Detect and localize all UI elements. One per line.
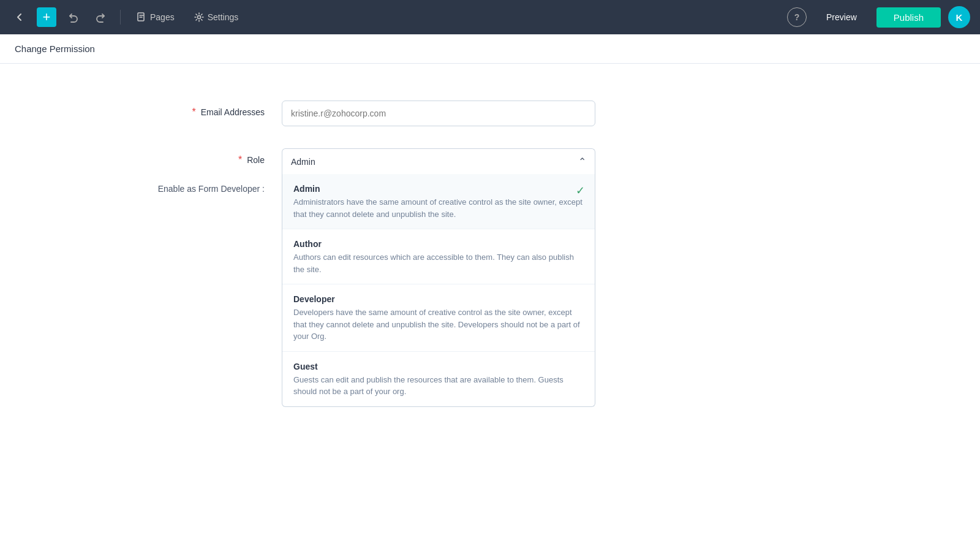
settings-label: Settings bbox=[208, 12, 239, 22]
role-required-star: * bbox=[238, 154, 242, 165]
role-author-title: Author bbox=[293, 239, 584, 249]
role-option-guest[interactable]: Guest Guests can edit and publish the re… bbox=[282, 352, 595, 406]
role-option-admin[interactable]: Admin Administrators have the same amoun… bbox=[282, 174, 595, 229]
back-button[interactable] bbox=[10, 7, 29, 27]
role-admin-desc: Administrators have the same amount of c… bbox=[293, 196, 584, 220]
undo-button[interactable] bbox=[64, 7, 83, 27]
role-row: * Role Admin ⌃ Admin Administrators have… bbox=[0, 148, 980, 174]
publish-button[interactable]: Publish bbox=[876, 7, 941, 28]
settings-nav-item[interactable]: Settings bbox=[188, 9, 245, 26]
role-option-developer[interactable]: Developer Developers have the same amoun… bbox=[282, 284, 595, 352]
divider bbox=[120, 10, 121, 25]
role-author-desc: Authors can edit resources which are acc… bbox=[293, 251, 584, 275]
redo-button[interactable] bbox=[91, 7, 110, 27]
role-dropdown-wrapper: Admin ⌃ Admin Administrators have the sa… bbox=[282, 148, 595, 174]
help-button[interactable]: ? bbox=[787, 7, 807, 27]
role-guest-desc: Guests can edit and publish the resource… bbox=[293, 374, 584, 398]
check-icon: ✓ bbox=[576, 184, 585, 197]
role-admin-title: Admin bbox=[293, 184, 584, 194]
main-content: * Email Addresses * Role Admin ⌃ Admin A… bbox=[0, 64, 980, 230]
subheader: Change Permission bbox=[0, 34, 980, 64]
email-required-star: * bbox=[192, 107, 196, 117]
preview-button[interactable]: Preview bbox=[814, 7, 869, 27]
page-title: Change Permission bbox=[15, 44, 95, 54]
email-label: * Email Addresses bbox=[123, 101, 282, 118]
email-input[interactable] bbox=[282, 101, 595, 126]
help-icon: ? bbox=[794, 12, 800, 22]
role-select-trigger[interactable]: Admin ⌃ bbox=[282, 148, 595, 174]
role-label: * Role bbox=[123, 148, 282, 165]
topbar: + Pages Settings ? Preview Publish K bbox=[0, 0, 980, 34]
avatar[interactable]: K bbox=[948, 6, 970, 28]
add-button[interactable]: + bbox=[37, 7, 56, 27]
enable-form-developer-label: Enable as Form Developer : bbox=[123, 184, 282, 194]
pages-nav-item[interactable]: Pages bbox=[130, 9, 181, 26]
svg-point-1 bbox=[197, 16, 200, 19]
plus-icon: + bbox=[43, 9, 51, 25]
role-developer-title: Developer bbox=[293, 294, 584, 304]
email-row: * Email Addresses bbox=[0, 101, 980, 126]
role-option-author[interactable]: Author Authors can edit resources which … bbox=[282, 229, 595, 284]
role-developer-desc: Developers have the same amount of creat… bbox=[293, 306, 584, 343]
chevron-up-icon: ⌃ bbox=[578, 156, 586, 167]
selected-role-text: Admin bbox=[291, 157, 315, 167]
role-dropdown-menu: Admin Administrators have the same amoun… bbox=[282, 174, 595, 407]
role-guest-title: Guest bbox=[293, 362, 584, 371]
avatar-initials: K bbox=[956, 12, 963, 23]
pages-label: Pages bbox=[150, 12, 175, 22]
